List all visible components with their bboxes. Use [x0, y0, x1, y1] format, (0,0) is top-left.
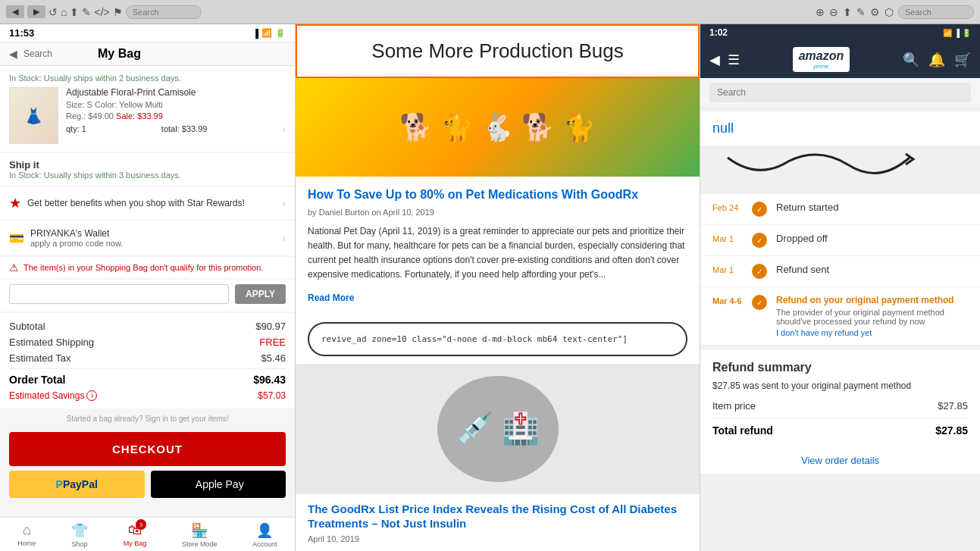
timeline-link-4[interactable]: I don't have my refund yet [776, 328, 968, 337]
timeline-dot-2: ✓ [752, 233, 767, 248]
main-content: 11:53 ▐ 📶 🔋 ◀ Search My Bag In Stock: Us… [0, 24, 980, 551]
timeline-date-1: Feb 24 [712, 202, 743, 212]
order-total-value: $96.43 [253, 374, 286, 386]
subtotal-row: Subtotal $90.97 [9, 321, 286, 332]
mac-search-input[interactable] [126, 5, 202, 19]
mac-reload-icon[interactable]: ↺ [49, 6, 58, 18]
mac-extensions-icon[interactable]: ⬡ [885, 6, 894, 18]
back-arrow-icon[interactable]: ◀ [9, 48, 17, 60]
amazon-menu-icon[interactable]: ☰ [728, 52, 740, 68]
order-total-row: Order Total $96.43 [9, 368, 286, 386]
amazon-bell-icon[interactable]: 🔔 [928, 52, 945, 68]
view-order-details-link[interactable]: View order details [700, 447, 980, 474]
nav-bag[interactable]: 🛍 3 My Bag [124, 522, 147, 548]
timeline-event-4: Refund on your original payment method [776, 295, 968, 305]
article-content[interactable]: 🐕 🐈 🐇 🐕 🐈 How To Save Up to 80% on Pet M… [296, 78, 700, 551]
bug-display-box: revive_ad zone=10 class="d-none d-md-blo… [308, 322, 687, 356]
item-details: Adjustable Floral-Print Camisole Size: S… [66, 87, 286, 144]
timeline-dot-3: ✓ [752, 264, 767, 279]
item-total-row: qty: 1 total: $33.99 › [66, 123, 286, 135]
error-text: The item(s) in your Shopping Bag don't q… [23, 263, 286, 272]
nav-home[interactable]: ⌂ Home [17, 522, 36, 548]
wallet-details: PRIYANKA's Wallet apply a promo code now… [30, 228, 276, 248]
amazon-cart-icon[interactable]: 🛒 [954, 52, 971, 68]
bag-badge: 🛍 3 [128, 522, 142, 538]
squiggly-arrow-container [700, 150, 980, 191]
mac-settings-icon[interactable]: ⚙ [870, 6, 880, 18]
subtotal-value: $90.97 [255, 321, 286, 332]
savings-label: Estimated Savings [9, 390, 84, 401]
wallet-apply: apply a promo code now. [30, 239, 276, 248]
article2-date: April 10, 2019 [296, 534, 700, 548]
promo-input[interactable] [9, 284, 229, 304]
nav-store[interactable]: 🏪 Store Mode [182, 522, 218, 548]
rewards-chevron-icon[interactable]: › [282, 197, 286, 209]
nav-bag-label: My Bag [124, 540, 147, 547]
mac-pencil-icon[interactable]: ✎ [82, 6, 91, 18]
mac-home-icon[interactable]: ⌂ [61, 6, 67, 18]
apple-pay-label: Apple Pay [196, 478, 244, 490]
mac-upload-icon[interactable]: ⬆ [843, 6, 852, 18]
promo-error-row: ⚠ The item(s) in your Shopping Bag don't… [0, 257, 295, 278]
paypal-button[interactable]: P PayPal [9, 471, 145, 498]
read-more-link[interactable]: Read More [308, 293, 354, 303]
mac-code-icon[interactable]: </> [94, 6, 109, 18]
total-refund-value: $27.85 [935, 424, 968, 437]
wallet-name: PRIYANKA's Wallet [30, 228, 276, 239]
amazon-signal-icon: ▐ [954, 29, 960, 37]
article2-title[interactable]: The GoodRx List Price Index Reveals the … [296, 494, 700, 534]
mac-toolbar-left: ◀ ▶ ↺ ⌂ ⬆ ✎ </> ⚑ [6, 5, 487, 19]
mac-zoom-icon[interactable]: ⊕ [816, 6, 825, 18]
rewards-row[interactable]: ★ Get better benefits when you shop with… [0, 187, 295, 219]
amazon-search-bar [700, 78, 980, 107]
nav-account-label: Account [252, 540, 277, 548]
in-stock-text: In Stock: Usually ships within 2 busines… [9, 74, 286, 83]
apply-promo-button[interactable]: APPLY [235, 284, 286, 304]
page-title: My Bag [98, 47, 141, 61]
mac-flag-icon[interactable]: ⚑ [113, 6, 123, 18]
amazon-back-icon[interactable]: ◀ [709, 52, 720, 68]
timeline-event-3: Refund sent [776, 264, 968, 275]
timeline-date-4: Mar 4-6 [712, 295, 743, 305]
refund-summary-section: Refund summary $27.85 was sent to your o… [700, 346, 980, 447]
savings-info-icon[interactable]: i [86, 390, 97, 401]
amazon-logo: amazon prime [793, 47, 850, 72]
nav-account[interactable]: 👤 Account [252, 522, 277, 548]
shop-icon: 👕 [71, 522, 88, 539]
timeline-item-4: Mar 4-6 ✓ Refund on your original paymen… [700, 287, 980, 346]
tax-value: $5.46 [261, 352, 286, 364]
timeline-subtext-4: The provider of your original payment me… [776, 308, 968, 326]
nav-shop[interactable]: 👕 Shop [71, 522, 88, 548]
wallet-chevron-icon[interactable]: › [282, 232, 286, 244]
bag-content[interactable]: In Stock: Usually ships within 2 busines… [0, 66, 295, 517]
mac-search-input-right[interactable] [898, 5, 974, 19]
checkout-button[interactable]: CHECKOUT [9, 432, 286, 466]
chevron-right-icon[interactable]: › [282, 123, 286, 135]
shipping-value: FREE [259, 337, 286, 348]
timeline-event-2: Dropped off [776, 233, 968, 244]
mac-back-btn[interactable]: ◀ [6, 5, 24, 18]
order-summary: Subtotal $90.97 Estimated Shipping FREE … [0, 313, 295, 409]
total-refund-row: Total refund $27.85 [712, 418, 968, 437]
item-price-row: Item price $27.85 [712, 400, 968, 412]
mac-share-icon[interactable]: ⬆ [70, 6, 79, 18]
amazon-search-icon[interactable]: 🔍 [903, 52, 919, 68]
apple-pay-button[interactable]: Apple Pay [151, 471, 286, 498]
bag-item-card: In Stock: Usually ships within 2 busines… [0, 66, 295, 152]
mobile-bottom-nav: ⌂ Home 👕 Shop 🛍 3 My Bag 🏪 Store Mode 👤 [0, 517, 295, 551]
nav-home-label: Home [17, 540, 36, 547]
timeline-date-3: Mar 1 [712, 264, 743, 274]
wallet-row[interactable]: 💳 PRIYANKA's Wallet apply a promo code n… [0, 221, 295, 255]
item-name: Adjustable Floral-Print Camisole [66, 87, 286, 98]
promo-input-row: APPLY [0, 280, 295, 312]
prime-text: prime [813, 63, 828, 70]
amazon-battery-icon: 🔋 [962, 29, 971, 37]
article1-title[interactable]: How To Save Up to 80% on Pet Medications… [308, 187, 687, 203]
savings-info: Estimated Savings i [9, 390, 97, 401]
shipping-row: Estimated Shipping FREE [9, 337, 286, 348]
amazon-search-input[interactable] [709, 83, 971, 102]
ad-area: 💉 🏥 [296, 364, 700, 494]
mac-pencil2-icon[interactable]: ✎ [856, 6, 866, 18]
mac-forward-btn[interactable]: ▶ [27, 5, 45, 18]
mac-zoom-out-icon[interactable]: ⊖ [829, 6, 838, 18]
